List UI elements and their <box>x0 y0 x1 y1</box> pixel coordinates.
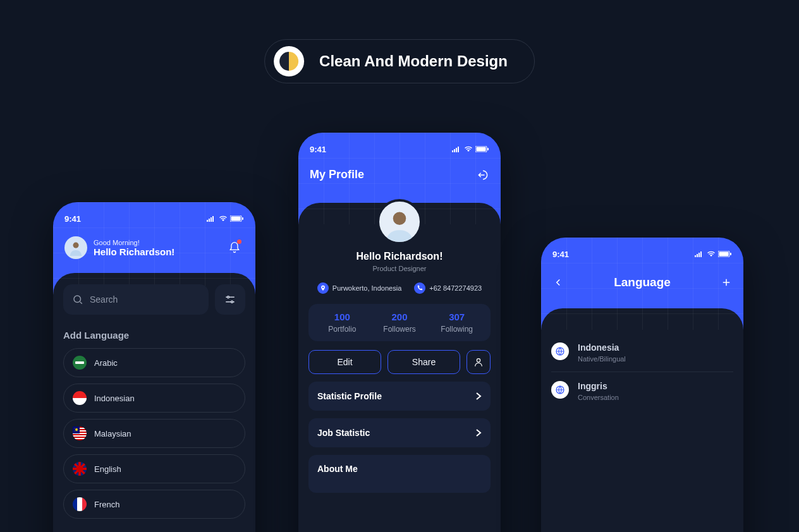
notification-button[interactable] <box>225 238 244 257</box>
svg-point-5 <box>228 296 229 298</box>
profile-location: Purwokerto, Indonesia <box>317 282 401 294</box>
search-icon <box>72 294 83 305</box>
language-option-arabic[interactable]: Arabic <box>63 348 245 377</box>
svg-point-6 <box>231 301 233 303</box>
page-title: Language <box>614 275 671 289</box>
search-input[interactable]: Search <box>63 284 209 315</box>
status-bar: 9:41 <box>552 246 732 262</box>
user-icon <box>473 357 484 367</box>
flag-france-icon <box>73 497 87 511</box>
stat-followers[interactable]: 200 Followers <box>371 311 429 334</box>
status-time: 9:41 <box>64 214 81 224</box>
svg-point-4 <box>74 296 81 303</box>
filter-button[interactable] <box>215 284 245 315</box>
phone-language: 9:41 Language Indonesia Nativ <box>541 238 743 532</box>
sliders-icon <box>224 294 236 305</box>
status-icons <box>451 146 489 152</box>
status-time: 9:41 <box>310 145 326 154</box>
add-button[interactable] <box>721 277 732 288</box>
status-time: 9:41 <box>552 250 569 259</box>
row-statistic-profile[interactable]: Statistic Profile <box>308 382 491 411</box>
greeting-main: Hello Richardson! <box>94 246 174 257</box>
flag-malaysia-icon <box>73 426 87 440</box>
svg-rect-14 <box>719 252 729 257</box>
language-option-french[interactable]: French <box>63 490 245 519</box>
stat-following[interactable]: 307 Following <box>428 311 485 334</box>
svg-rect-2 <box>242 217 243 220</box>
svg-rect-9 <box>487 148 489 150</box>
greeting-sub: Good Morning! <box>94 239 174 246</box>
page-title: My Profile <box>310 168 364 181</box>
language-label: Arabic <box>94 358 118 368</box>
avatar[interactable] <box>64 236 87 259</box>
svg-point-10 <box>393 212 406 225</box>
profile-phone: +62 8472274923 <box>414 282 482 294</box>
language-item-indonesia[interactable]: Indonesia Native/Bilingual <box>551 334 733 372</box>
language-name: Indonesia <box>578 342 626 353</box>
flag-uk-icon <box>73 462 87 476</box>
status-bar: 9:41 <box>64 211 244 226</box>
phone-home: 9:41 Good Morning! Hello Richardson! <box>53 202 255 532</box>
language-label: Malaysian <box>94 429 131 438</box>
language-name: Inggris <box>578 381 619 391</box>
stats-card: 100 Portfolio 200 Followers 307 Followin… <box>308 304 491 341</box>
flag-saudi-icon <box>73 356 87 370</box>
language-label: Indonesian <box>94 394 135 403</box>
share-button[interactable]: Share <box>387 350 460 374</box>
profile-role: Product Designer <box>298 265 501 272</box>
language-option-indonesian[interactable]: Indonesian <box>63 384 245 413</box>
header-pill: Clean And Modern Design <box>264 39 535 83</box>
plus-icon <box>721 277 732 288</box>
language-option-malaysian[interactable]: Malaysian <box>63 419 245 448</box>
row-job-statistic[interactable]: Job Statistic <box>308 418 491 447</box>
profile-name: Hello Richardson! <box>298 251 501 262</box>
phone-profile: 9:41 My Profile Hello Richardson! Produc… <box>298 133 501 532</box>
stat-portfolio[interactable]: 100 Portfolio <box>314 311 371 334</box>
chevron-right-icon <box>475 392 482 401</box>
logout-button[interactable] <box>477 169 489 181</box>
add-contact-button[interactable] <box>467 350 491 374</box>
header-title: Clean And Modern Design <box>319 52 508 70</box>
about-card: About Me <box>308 455 491 493</box>
globe-icon <box>551 342 569 360</box>
language-label: English <box>94 464 121 474</box>
notification-dot-icon <box>237 239 241 244</box>
svg-point-3 <box>73 243 78 248</box>
search-placeholder: Search <box>90 294 118 305</box>
language-option-english[interactable]: English <box>63 454 245 483</box>
language-item-inggris[interactable]: Inggris Conversation <box>551 372 733 410</box>
location-icon <box>317 282 329 294</box>
language-label: French <box>94 500 119 509</box>
section-title: Add Language <box>63 330 245 341</box>
back-button[interactable] <box>552 277 564 288</box>
svg-point-11 <box>477 359 480 362</box>
edit-button[interactable]: Edit <box>308 350 381 374</box>
svg-rect-8 <box>477 147 486 152</box>
language-level: Native/Bilingual <box>578 355 626 363</box>
arrow-left-icon <box>552 277 564 288</box>
language-level: Conversation <box>578 394 619 401</box>
status-icons <box>206 215 244 222</box>
chevron-right-icon <box>475 428 482 437</box>
status-bar: 9:41 <box>310 142 489 157</box>
flag-indonesia-icon <box>73 391 87 405</box>
svg-rect-1 <box>231 217 241 221</box>
profile-avatar[interactable] <box>377 199 422 245</box>
phone-icon <box>414 282 425 294</box>
theme-icon <box>274 46 304 76</box>
svg-rect-15 <box>730 253 731 255</box>
globe-icon <box>551 381 569 399</box>
logout-icon <box>477 169 489 181</box>
status-icons <box>694 251 732 257</box>
